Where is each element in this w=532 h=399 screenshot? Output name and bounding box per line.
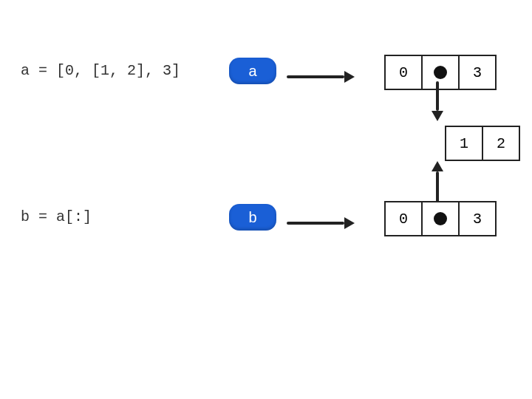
arrow-b-to-inner xyxy=(432,161,443,204)
variable-node-a-label: a xyxy=(248,63,256,80)
arrow-a-to-list xyxy=(287,71,361,83)
list-b: 0 3 xyxy=(384,201,497,236)
variable-node-b-label: b xyxy=(248,209,256,226)
list-a-cell-2: 3 xyxy=(458,55,497,90)
inner-list-cell-0: 1 xyxy=(445,126,483,161)
variable-node-a: a xyxy=(229,58,276,84)
pointer-dot-icon xyxy=(434,212,447,225)
list-a-cell-0: 0 xyxy=(384,55,423,90)
code-line-a: a = [0, [1, 2], 3] xyxy=(21,62,180,79)
pointer-dot-icon xyxy=(434,66,447,79)
inner-list-cell-1: 2 xyxy=(482,126,520,161)
arrow-b-to-list xyxy=(287,217,361,229)
list-b-cell-2: 3 xyxy=(458,201,497,236)
list-b-cell-0: 0 xyxy=(384,201,423,236)
code-line-b: b = a[:] xyxy=(21,208,92,225)
variable-node-b: b xyxy=(229,204,276,231)
arrow-a-to-inner xyxy=(432,81,443,124)
list-b-cell-1 xyxy=(421,201,460,236)
inner-list: 1 2 xyxy=(445,126,520,161)
